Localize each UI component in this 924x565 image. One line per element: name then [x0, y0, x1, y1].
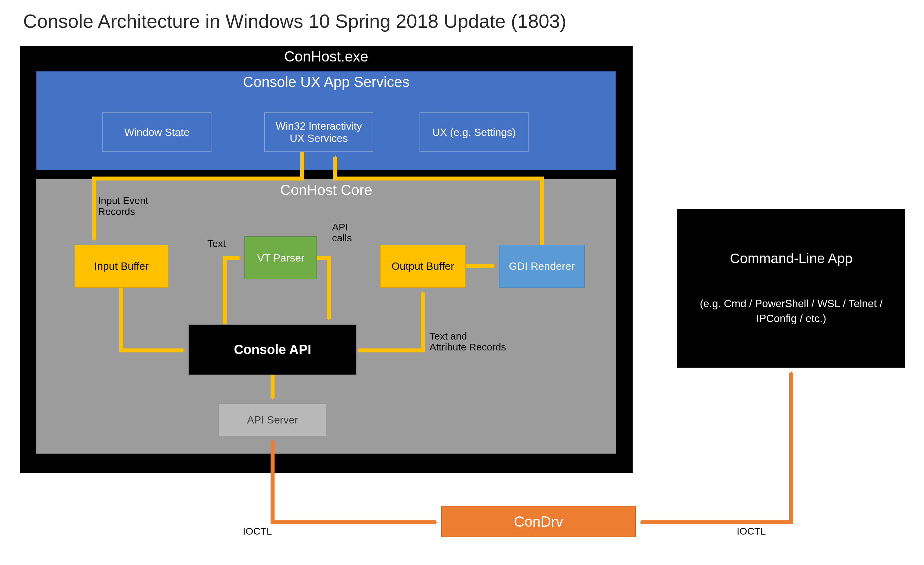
ux-settings-label: UX (e.g. Settings) [432, 126, 516, 138]
ux-services-title: Console UX App Services [37, 74, 615, 90]
diagram-stage: Console Architecture in Windows 10 Sprin… [0, 0, 924, 565]
condrv-box: ConDrv [441, 506, 636, 537]
vt-parser-box: VT Parser [244, 236, 317, 279]
win32-interactivity-box: Win32 Interactivity UX Services [264, 113, 373, 152]
output-buffer-label: Output Buffer [392, 260, 454, 272]
label-text: Text [207, 238, 226, 249]
ux-settings-box: UX (e.g. Settings) [420, 113, 529, 152]
api-server-label: API Server [247, 414, 298, 426]
label-ioctl-left: IOCTL [243, 526, 272, 536]
condrv-label: ConDrv [514, 514, 563, 530]
conhost-title: ConHost.exe [20, 48, 633, 65]
win32-line1: Win32 Interactivity [276, 120, 362, 132]
label-text-attr: Text and Attribute Records [429, 331, 506, 352]
gdi-renderer-box: GDI Renderer [499, 245, 585, 288]
window-state-box: Window State [102, 113, 212, 152]
console-api-box: Console API [188, 324, 357, 375]
label-ioctl-right: IOCTL [737, 526, 766, 536]
api-server-box: API Server [218, 403, 327, 436]
win32-line2: UX Services [290, 132, 348, 144]
cli-app-box: Command-Line App (e.g. Cmd / PowerShell … [677, 209, 905, 368]
console-api-label: Console API [234, 342, 311, 357]
input-buffer-label: Input Buffer [94, 260, 148, 272]
cli-app-title: Command-Line App [730, 251, 852, 266]
label-api-calls: API calls [332, 221, 352, 243]
vt-parser-label: VT Parser [257, 252, 304, 264]
diagram-title: Console Architecture in Windows 10 Sprin… [23, 10, 566, 32]
gdi-renderer-label: GDI Renderer [509, 260, 574, 272]
label-input-records: Input Event Records [98, 195, 148, 217]
cli-app-subtitle: (e.g. Cmd / PowerShell / WSL / Telnet / … [690, 296, 892, 326]
output-buffer-box: Output Buffer [380, 245, 466, 288]
input-buffer-box: Input Buffer [74, 245, 168, 288]
window-state-label: Window State [124, 126, 189, 138]
